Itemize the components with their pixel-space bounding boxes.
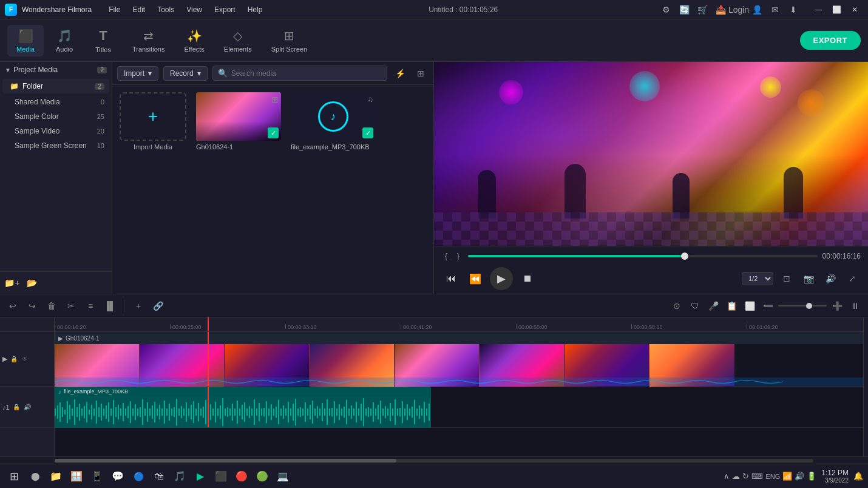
taskbar-terminal[interactable]: ⬛ <box>211 467 231 486</box>
menu-export[interactable]: Export <box>209 4 240 15</box>
mail-icon[interactable]: ✉ <box>768 3 782 16</box>
taskbar-cloud-icon[interactable]: ☁ <box>732 472 740 481</box>
taskbar-chat[interactable]: 💬 <box>108 467 127 486</box>
toolbar-effects[interactable]: ✨ Effects <box>175 25 212 56</box>
marker-left-icon[interactable]: { <box>441 251 451 261</box>
zoom-slider[interactable] <box>778 305 827 307</box>
stabilize-icon[interactable]: 🛡 <box>687 298 703 314</box>
step-back-button[interactable]: ⏪ <box>466 269 485 288</box>
taskbar-wifi-icon[interactable]: 📶 <box>782 472 792 481</box>
cut-button[interactable]: ✂ <box>63 298 79 314</box>
toolbar-elements[interactable]: ◇ Elements <box>215 25 260 56</box>
search-input[interactable] <box>231 69 382 78</box>
zoom-in-icon[interactable]: ➕ <box>829 298 845 314</box>
right-resize-handle[interactable] <box>863 317 868 456</box>
maximize-button[interactable]: ⬜ <box>828 2 845 17</box>
taskbar-phone[interactable]: 📱 <box>87 467 107 486</box>
rewind-button[interactable]: ⏮ <box>441 269 461 288</box>
export-button[interactable]: EXPORT <box>800 31 861 50</box>
taskbar-time[interactable]: 1:12 PM 3/9/2022 <box>821 469 849 484</box>
menu-tools[interactable]: Tools <box>152 4 179 15</box>
toolbar-split-screen[interactable]: ⊞ Split Screen <box>263 25 316 56</box>
import-drop-zone[interactable]: + <box>120 92 186 141</box>
quality-select[interactable]: 1/2 Full 1/4 <box>742 272 773 285</box>
redo-button[interactable]: ↪ <box>24 298 40 314</box>
menu-file[interactable]: File <box>104 4 125 15</box>
crop-icon[interactable]: ⬜ <box>742 298 758 314</box>
filter-icon[interactable]: ⚡ <box>392 66 408 81</box>
store-icon[interactable]: 🛒 <box>696 3 709 16</box>
track-lock-icon[interactable]: 🔒 <box>9 354 19 364</box>
import-dropdown[interactable]: Import ▾ <box>117 66 158 81</box>
add-folder-button[interactable]: 📁+ <box>4 276 21 290</box>
project-media-header[interactable]: ▼ Project Media 2 <box>0 62 112 78</box>
align-button[interactable]: ≡ <box>83 298 98 314</box>
toolbar-titles[interactable]: T Titles <box>85 24 121 57</box>
media-item-audio[interactable]: ♪ ♫ ✓ file_example_MP3_700KB <box>291 92 376 286</box>
toolbar-transitions[interactable]: ⇄ Transitions <box>124 25 173 56</box>
folder-item[interactable]: 📁 Folder 2 <box>2 79 109 93</box>
toolbar-audio[interactable]: 🎵 Audio <box>46 25 83 56</box>
taskbar-expand-icon[interactable]: ∧ <box>724 472 730 481</box>
close-button[interactable]: ✕ <box>846 2 863 17</box>
taskbar-update-icon[interactable]: ↻ <box>742 472 749 481</box>
taskbar-keyboard-icon[interactable]: ⌨ <box>751 472 763 481</box>
stop-button[interactable]: ⏹ <box>518 269 537 288</box>
play-button[interactable]: ▶ <box>490 267 513 290</box>
taskbar-search[interactable]: ⬤ <box>25 467 45 486</box>
undo-button[interactable]: ↩ <box>5 298 21 314</box>
fit-screen-icon[interactable]: ⊡ <box>778 270 795 287</box>
taskbar-browser1[interactable]: 🔵 <box>129 467 148 486</box>
taskbar-win[interactable]: 🪟 <box>67 467 86 486</box>
audio-lock-icon[interactable]: 🔒 <box>12 402 21 412</box>
scrollbar-thumb[interactable] <box>55 459 396 463</box>
shared-media-item[interactable]: Shared Media 0 <box>2 95 109 109</box>
fullscreen-icon[interactable]: ⤢ <box>844 270 861 287</box>
toolbar-media[interactable]: ⬛ Media <box>7 25 44 56</box>
taskbar-volume-icon[interactable]: 🔊 <box>795 472 804 481</box>
taskbar-browser2[interactable]: 🔴 <box>232 467 251 486</box>
new-folder-button[interactable]: 📂 <box>23 276 40 290</box>
taskbar-store[interactable]: 🛍 <box>149 467 169 486</box>
import-icon[interactable]: ⬇ <box>787 3 800 16</box>
start-button[interactable]: ⊞ <box>5 467 23 486</box>
track-eye-icon[interactable]: 👁 <box>20 354 30 364</box>
user-icon[interactable]: 👤 <box>750 3 764 16</box>
add-track-button[interactable]: + <box>131 298 146 314</box>
audio-sync-button[interactable]: ▐▌ <box>102 298 118 314</box>
menu-edit[interactable]: Edit <box>128 4 151 15</box>
taskbar-filmora[interactable]: ▶ <box>191 467 210 486</box>
zoom-out-icon[interactable]: ➖ <box>760 298 776 314</box>
taskbar-notification-icon[interactable]: 🔔 <box>853 472 863 481</box>
update-icon[interactable]: 🔄 <box>677 3 691 16</box>
marker-right-icon[interactable]: } <box>453 251 463 261</box>
snapshot-icon[interactable]: 📷 <box>800 270 817 287</box>
captions-icon[interactable]: 📋 <box>724 298 739 314</box>
menu-help[interactable]: Help <box>243 4 268 15</box>
settings-icon[interactable]: ⚙ <box>659 3 673 16</box>
view-toggle-icon[interactable]: ⊞ <box>413 66 429 81</box>
taskbar-battery-icon[interactable]: 🔋 <box>807 472 816 481</box>
sample-green-item[interactable]: Sample Green Screen 10 <box>2 138 109 153</box>
audio-volume-icon[interactable]: 🔊 <box>22 402 32 412</box>
taskbar-lang[interactable]: ENG <box>765 473 780 480</box>
pause-icon[interactable]: ⏸ <box>847 298 863 314</box>
login-button[interactable]: Login <box>732 3 745 16</box>
color-correction-icon[interactable]: ⊙ <box>669 298 685 314</box>
import-media-item[interactable]: + Import Media <box>120 92 186 286</box>
taskbar-files[interactable]: 📁 <box>46 467 66 486</box>
link-button[interactable]: 🔗 <box>150 298 166 314</box>
audio-clip[interactable]: ♪ file_example_MP3_700KB <box>55 387 431 428</box>
taskbar-browser3[interactable]: 🟢 <box>253 467 272 486</box>
minimize-button[interactable]: — <box>810 2 827 17</box>
scrollbar-track[interactable] <box>55 459 813 463</box>
delete-button[interactable]: 🗑 <box>44 298 59 314</box>
volume-icon[interactable]: 🔊 <box>822 270 839 287</box>
sample-color-item[interactable]: Sample Color 25 <box>2 109 109 124</box>
record-audio-icon[interactable]: 🎤 <box>705 298 721 314</box>
media-item-video[interactable]: ⊞ ✓ Gh010624-1 <box>196 92 281 286</box>
progress-track[interactable] <box>468 255 818 257</box>
download-icon[interactable]: 📥 <box>714 3 727 16</box>
record-dropdown[interactable]: Record ▾ <box>163 66 208 81</box>
taskbar-browser4[interactable]: 💻 <box>273 467 293 486</box>
